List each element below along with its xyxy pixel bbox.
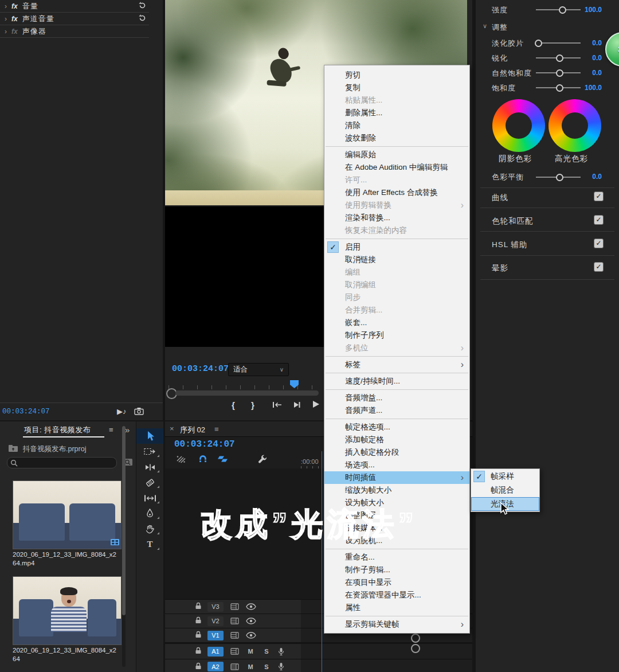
bin-item-1[interactable]: 2020_06_19_12_33_IMG_8084_x264.mp4 <box>13 480 120 568</box>
menu-item-add-frame-hold[interactable]: 添加帧定格 <box>324 433 469 446</box>
source-patch-icon[interactable] <box>230 603 239 610</box>
razor-tool[interactable] <box>136 475 163 490</box>
keyframe-ring-icon[interactable] <box>411 634 420 643</box>
section-curves[interactable]: 曲线 <box>492 193 508 203</box>
menu-item-frame-hold-options[interactable]: 帧定格选项... <box>324 421 469 433</box>
adjust-section-label[interactable]: 调整 <box>492 22 508 33</box>
reset-effect-icon[interactable] <box>138 1 147 11</box>
faded-film-value[interactable]: 0.0 <box>573 39 602 47</box>
scrollbar-thumb[interactable] <box>122 426 126 615</box>
bin-item-2[interactable]: 2020_06_19_12_33_IMG_8084_x264 <box>13 576 120 663</box>
solo-button[interactable]: S <box>262 648 271 655</box>
type-tool[interactable]: T <box>136 537 163 552</box>
timeline-playhead[interactable] <box>322 451 322 672</box>
slip-tool[interactable] <box>136 490 163 506</box>
toggle-track-output-eye-icon[interactable] <box>246 618 256 624</box>
section-vignette[interactable]: 晕影 <box>492 263 508 274</box>
menu-item-unlink[interactable]: 取消链接 <box>324 253 469 266</box>
panel-menu-icon[interactable]: ≡ <box>214 425 219 433</box>
menu-item-properties[interactable]: 属性 <box>324 601 469 614</box>
menu-item-restore-unrendered[interactable]: 恢复未渲染的内容 <box>324 224 469 237</box>
menu-item-speed-duration[interactable]: 速度/持续时间... <box>324 375 469 388</box>
menu-item-paste-attributes[interactable]: 粘贴属性... <box>324 94 469 107</box>
track-v2-label[interactable]: V2 <box>207 616 224 626</box>
mute-button[interactable]: M <box>246 663 255 670</box>
program-timecode[interactable]: 00:03:24:07 <box>172 364 229 374</box>
linked-selection-icon[interactable] <box>218 455 229 464</box>
menu-item-time-interpolation[interactable]: 时间插值› <box>324 471 469 484</box>
track-v3-label[interactable]: V3 <box>207 602 224 612</box>
menu-item-audio-channels[interactable]: 音频声道... <box>324 404 469 417</box>
source-patch-icon[interactable] <box>230 648 239 655</box>
breadcrumb-label[interactable]: 抖音视频发布.prproj <box>23 444 86 454</box>
effect-row-volume[interactable]: › fx 音量 <box>0 0 149 13</box>
submenu-item-frame-blending[interactable]: 帧混合 <box>471 483 539 497</box>
shadow-tint-wheel[interactable] <box>492 99 545 152</box>
collapse-chevron-icon[interactable]: ∨ <box>483 22 487 30</box>
menu-item-synchronize[interactable]: 同步 <box>324 291 469 304</box>
toggle-track-output-eye-icon[interactable] <box>246 603 256 610</box>
effect-row-panner[interactable]: › fx 声像器 <box>0 25 149 38</box>
menu-item-show-clip-keyframes[interactable]: 显示剪辑关键帧› <box>324 618 469 631</box>
monitor-scrollbar[interactable] <box>175 390 319 396</box>
selection-tool[interactable] <box>136 428 163 444</box>
menu-item-audio-gain[interactable]: 音频增益... <box>324 392 469 404</box>
highlight-tint-wheel[interactable] <box>549 99 601 152</box>
ripple-edit-tool[interactable] <box>136 459 163 475</box>
menu-item-nest[interactable]: 嵌套... <box>324 317 469 329</box>
clip-thumbnail-couch[interactable] <box>13 480 122 549</box>
section-color-wheels-match[interactable]: 色轮和匹配 <box>492 216 534 226</box>
submenu-item-frame-sampling[interactable]: ✓帧采样 <box>471 470 539 483</box>
bin-up-icon[interactable] <box>8 444 18 454</box>
menu-item-ripple-delete[interactable]: 波纹删除 <box>324 132 469 144</box>
menu-item-reveal-in-project[interactable]: 在项目中显示 <box>324 576 469 589</box>
solo-button[interactable]: S <box>262 663 271 670</box>
menu-item-remove-attributes[interactable]: 删除属性... <box>324 107 469 119</box>
menu-item-scale-to-frame-size[interactable]: 缩放为帧大小 <box>324 484 469 497</box>
clip-filename[interactable]: 2020_06_19_12_33_IMG_8084_x264 <box>13 646 118 663</box>
hsl-secondary-checkbox[interactable]: ✓ <box>594 239 604 248</box>
reset-effect-icon[interactable] <box>138 14 147 24</box>
project-panel-title[interactable]: 项目: 抖音视频发布 <box>24 425 91 435</box>
menu-item-cut[interactable]: 剪切 <box>324 69 469 81</box>
menu-item-label[interactable]: 标签› <box>324 358 469 371</box>
voiceover-mic-icon[interactable] <box>278 647 284 656</box>
step-back-button[interactable] <box>287 400 306 410</box>
lock-icon[interactable] <box>195 631 202 640</box>
menu-item-copy[interactable]: 复制 <box>324 81 469 94</box>
section-hsl-secondary[interactable]: HSL 辅助 <box>492 240 528 250</box>
menu-item-clear[interactable]: 清除 <box>324 119 469 132</box>
source-patch-icon[interactable] <box>230 632 239 639</box>
voiceover-mic-icon[interactable] <box>278 662 284 671</box>
menu-item-group[interactable]: 编组 <box>324 266 469 279</box>
expand-chevron-icon[interactable]: › <box>5 28 7 36</box>
menu-item-edit-in-audition[interactable]: 在 Adobe Audition 中编辑剪辑 <box>324 161 469 174</box>
lock-icon[interactable] <box>195 602 202 611</box>
source-patch-icon[interactable] <box>230 663 239 670</box>
expand-chevron-icon[interactable]: › <box>5 15 7 23</box>
color-wheels-checkbox[interactable]: ✓ <box>594 215 604 225</box>
menu-item-make-subclip[interactable]: 制作子剪辑... <box>324 564 469 576</box>
snap-magnet-icon[interactable] <box>198 454 207 465</box>
track-a2-label[interactable]: A2 <box>207 662 224 671</box>
track-a1-lane[interactable] <box>301 644 472 659</box>
pen-tool[interactable] <box>136 506 163 521</box>
search-input[interactable] <box>7 457 117 468</box>
play-audio-icon[interactable]: ▶♪ <box>117 407 127 416</box>
source-patch-icon[interactable] <box>230 618 239 624</box>
tab-sequence-02[interactable]: 序列 02 <box>180 425 205 435</box>
mute-button[interactable]: M <box>246 648 255 655</box>
track-a2-lane[interactable] <box>301 659 472 672</box>
menu-item-replace-with-ae-comp[interactable]: 使用 After Effects 合成替换 <box>324 186 469 199</box>
mark-out-button[interactable]: } <box>243 400 263 410</box>
timeline-timecode[interactable]: 00:03:24:07 <box>174 439 235 450</box>
track-a1-label[interactable]: A1 <box>207 647 224 657</box>
lock-icon[interactable] <box>195 662 202 671</box>
track-v1-label[interactable]: V1 <box>207 631 224 640</box>
go-to-in-button[interactable] <box>267 400 287 410</box>
menu-item-enable[interactable]: ✓启用 <box>324 241 469 253</box>
clip-filename[interactable]: 2020_06_19_12_33_IMG_8084_x264.mp4 <box>13 550 118 568</box>
expand-chevron-icon[interactable]: › <box>5 2 7 10</box>
export-frame-icon[interactable] <box>134 407 144 417</box>
menu-item-render-and-replace[interactable]: 渲染和替换... <box>324 212 469 224</box>
